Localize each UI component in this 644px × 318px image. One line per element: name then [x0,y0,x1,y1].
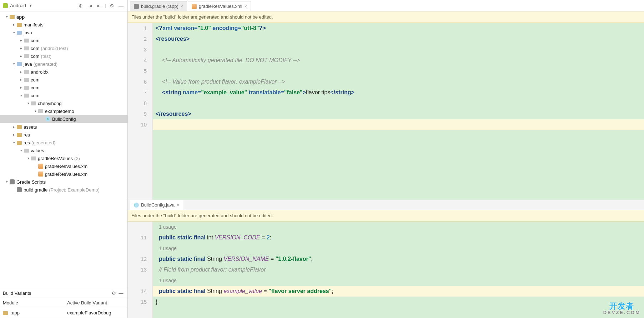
bottom-editor-tabs: cBuildConfig.java× [128,200,644,210]
tree-item-gradleresvalues[interactable]: ▾gradleResValues (2) [0,154,127,162]
tree-item-gradleresvalues-xml[interactable]: gradleResValues.xml [0,162,127,170]
tree-item-buildconfig[interactable]: cBuildConfig [0,115,127,123]
watermark: 开发者 DEVZE.COM [603,303,640,316]
tree-item-androidx[interactable]: ▸androidx [0,68,127,76]
table-row[interactable]: :app exampleFlavorDebug [0,308,127,318]
close-icon[interactable]: × [177,203,179,208]
locate-icon[interactable]: ⊕ [77,2,84,9]
gutter: 1112131415 [128,222,153,318]
hide-icon[interactable]: — [117,290,125,296]
tree-item-java[interactable]: ▾java (generated) [0,60,127,68]
gear-icon[interactable]: ⚙ [108,2,115,9]
tree-item-com[interactable]: ▸com [0,76,127,84]
code-area[interactable]: 1 usage public static final int VERSION_… [153,222,644,318]
tree-item-com[interactable]: ▾com [0,91,127,99]
java-editor[interactable]: 1112131415 1 usage public static final i… [128,222,644,318]
col-variant: Active Build Variant [64,300,127,305]
tree-item-values[interactable]: ▾values [0,146,127,154]
col-module: Module [0,300,64,305]
module-cell: :app [0,310,64,315]
gutter: 12345678910 [128,23,153,200]
tab-build-gradle-app-[interactable]: build.gradle (:app)× [130,1,187,11]
tree-item-exampledemo[interactable]: ▾exampledemo [0,107,127,115]
main-area: build.gradle (:app)×gradleResValues.xml×… [128,0,644,318]
tree-item-assets[interactable]: ▸assets [0,123,127,131]
variant-cell[interactable]: exampleFlavorDebug [64,310,127,315]
build-variants-header: Build Variants ⚙ — [0,288,127,298]
project-sidebar: Android ▼ ⊕ ⇥ ⇤ | ⚙ — ▾app▸manifests▾jav… [0,0,128,318]
tree-item-gradleresvalues-xml[interactable]: gradleResValues.xml [0,170,127,178]
sidebar-toolbar: Android ▼ ⊕ ⇥ ⇤ | ⚙ — [0,0,127,11]
project-selector[interactable]: Android ▼ [3,3,75,8]
xml-editor[interactable]: 12345678910 <?xml version="1.0" encoding… [128,23,644,200]
tree-item-java[interactable]: ▾java [0,29,127,36]
tree-item-com[interactable]: ▸com (androidTest) [0,44,127,52]
gear-icon[interactable]: ⚙ [110,290,117,296]
chevron-down-icon: ▼ [29,4,32,8]
generated-file-banner: Files under the "build" folder are gener… [128,11,644,23]
tab-gradleresvalues-xml[interactable]: gradleResValues.xml× [188,1,251,11]
build-variants-table: Module Active Build Variant :app example… [0,298,127,318]
bottom-editor-pane: cBuildConfig.java× Files under the "buil… [128,200,644,318]
hide-icon[interactable]: — [117,2,125,9]
tab-buildconfig-java[interactable]: cBuildConfig.java× [130,200,183,210]
build-variants-title: Build Variants [3,290,110,296]
code-area[interactable]: <?xml version="1.0" encoding="utf-8"?><r… [153,23,644,200]
tree-item-com[interactable]: ▸com [0,36,127,44]
tree-item-res[interactable]: ▾res (generated) [0,139,127,146]
tree-item-app[interactable]: ▾app [0,13,127,21]
editors: Files under the "build" folder are gener… [128,11,644,318]
tree-item-gradle-scripts[interactable]: ▾Gradle Scripts [0,178,127,186]
generated-file-banner: Files under the "build" folder are gener… [128,210,644,222]
tree-item-com[interactable]: ▸com [0,84,127,91]
tree-item-res[interactable]: ▸res [0,131,127,139]
collapse-icon[interactable]: ⇤ [96,2,103,9]
close-icon[interactable]: × [245,4,247,9]
tree-item-chenyihong[interactable]: ▾chenyihong [0,99,127,107]
table-header-row: Module Active Build Variant [0,298,127,308]
tree-item-com[interactable]: ▸com (test) [0,52,127,60]
tree-item-manifests[interactable]: ▸manifests [0,21,127,29]
android-icon [3,3,8,8]
tree-item-build-gradle[interactable]: build.gradle (Project: ExampleDemo) [0,186,127,194]
project-tree[interactable]: ▾app▸manifests▾java▸com▸com (androidTest… [0,11,127,288]
close-icon[interactable]: × [181,4,183,9]
editor-tabs: build.gradle (:app)×gradleResValues.xml× [128,0,644,11]
project-selector-label: Android [10,3,26,8]
expand-icon[interactable]: ⇥ [86,2,94,9]
